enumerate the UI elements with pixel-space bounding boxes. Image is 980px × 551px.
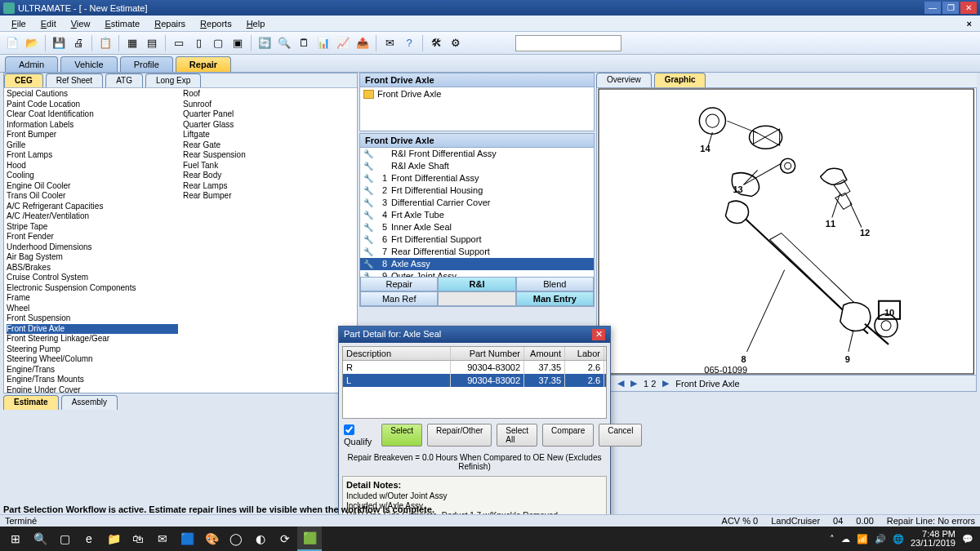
group-item[interactable]: Engine Under Cover xyxy=(7,385,178,393)
windows-taskbar[interactable]: ⊞ 🔍 ▢ e 📁 🛍 ✉ 🟦 🎨 ◯ ◐ ⟳ 🟩 ˄ ☁ 📶 🔊 🌐 7:48… xyxy=(0,527,980,551)
tree-item[interactable]: Front Drive Axle xyxy=(360,87,594,100)
save-icon[interactable]: 💾 xyxy=(50,34,68,52)
rtab-overview[interactable]: Overview xyxy=(596,73,652,87)
rtab-graphic[interactable]: Graphic xyxy=(654,73,706,87)
dialog-compare-button[interactable]: Compare xyxy=(542,424,594,447)
group-item[interactable]: Grille xyxy=(7,140,178,151)
app4-icon[interactable]: ⟳ xyxy=(273,527,297,551)
new-icon[interactable]: 📄 xyxy=(3,34,21,52)
tray-cloud-icon[interactable]: ☁ xyxy=(841,534,850,544)
group-item[interactable]: Quarter Panel xyxy=(183,109,354,120)
group-item[interactable]: Front Fender xyxy=(7,232,178,242)
tab-admin[interactable]: Admin xyxy=(5,56,58,72)
toolbar-search-input[interactable] xyxy=(515,35,621,51)
edge-icon[interactable]: e xyxy=(77,527,101,551)
group-item[interactable]: Liftgate xyxy=(183,130,354,140)
tools-icon[interactable]: 🛠 xyxy=(427,34,445,52)
settings-icon[interactable]: ⚙ xyxy=(447,34,465,52)
part-row[interactable]: 🔧6Frt Differential Support xyxy=(360,233,594,246)
grid1-icon[interactable]: ▦ xyxy=(123,34,141,52)
tray-net-icon[interactable]: 📶 xyxy=(857,534,868,544)
grid-row[interactable]: L90304-8300237.352.6 xyxy=(343,374,606,387)
part-row[interactable]: 🔧5Inner Axle Seal xyxy=(360,221,594,233)
part-row[interactable]: 🔧R&I Front Differential Assy xyxy=(360,148,594,160)
group-item[interactable]: Engine/Trans xyxy=(7,365,178,375)
app3-icon[interactable]: ◐ xyxy=(248,527,273,551)
print-icon[interactable]: 🖨 xyxy=(69,34,87,52)
group-item[interactable]: Front Drive Axle xyxy=(7,324,178,335)
app1-icon[interactable]: 🟦 xyxy=(175,527,199,551)
menu-estimate[interactable]: Estimate xyxy=(98,17,146,30)
op-button-repair[interactable]: Repair xyxy=(360,277,438,291)
diag-play-button[interactable]: ▶ xyxy=(662,378,669,389)
group-list-col1[interactable]: Special CautionsPaint Code LocationClear… xyxy=(4,88,180,393)
group-item[interactable]: Rear Gate xyxy=(183,140,354,151)
grid-col-header[interactable]: Amount xyxy=(524,347,565,360)
part-row[interactable]: 🔧8Axle Assy xyxy=(360,258,594,270)
tab-repair[interactable]: Repair xyxy=(176,56,231,72)
menu-edit[interactable]: Edit xyxy=(34,17,63,30)
layout2-icon[interactable]: ▯ xyxy=(189,34,207,52)
group-item[interactable]: Cruise Control System xyxy=(7,273,178,283)
taskbar-clock[interactable]: 7:48 PM 23/11/2019 xyxy=(911,530,956,548)
op-button-man-ref[interactable]: Man Ref xyxy=(360,291,438,306)
op-button-blend[interactable]: Blend xyxy=(516,277,594,291)
group-item[interactable]: Rear Body xyxy=(183,171,354,181)
diag-prev-button[interactable]: ◀ xyxy=(617,378,624,389)
refresh-icon[interactable]: 🔄 xyxy=(256,34,274,52)
group-item[interactable]: Roof xyxy=(183,89,354,100)
tab-vehicle[interactable]: Vehicle xyxy=(60,56,117,72)
grid-col-header[interactable]: Description xyxy=(343,347,451,360)
part-row[interactable]: 🔧9Outer Joint Assy xyxy=(360,270,594,277)
group-item[interactable]: Stripe Tape xyxy=(7,222,178,233)
dialog-select-button[interactable]: Select xyxy=(381,424,422,447)
group-item[interactable]: Front Suspension xyxy=(7,313,178,324)
system-tray[interactable]: ˄ ☁ 📶 🔊 🌐 7:48 PM 23/11/2019 💬 xyxy=(830,530,977,548)
op-button-r-i[interactable]: R&I xyxy=(438,277,515,291)
layout3-icon[interactable]: ▢ xyxy=(209,34,227,52)
grid2-icon[interactable]: ▤ xyxy=(143,34,161,52)
op-button-man-entry[interactable]: Man Entry xyxy=(516,291,594,306)
ultramate-taskbar-icon[interactable]: 🟩 xyxy=(297,527,322,551)
subtab-ref-sheet[interactable]: Ref Sheet xyxy=(46,73,103,87)
diagram-viewer[interactable]: 14 13 11 12 8 9 10 065-01099 xyxy=(596,87,977,375)
diag-next-button[interactable]: ▶ xyxy=(630,378,637,389)
grid-col-header[interactable]: Labor xyxy=(565,347,604,360)
chart-icon[interactable]: 📈 xyxy=(334,34,352,52)
group-item[interactable]: Front Bumper xyxy=(7,130,178,140)
grid-row[interactable]: R90304-8300237.352.6 xyxy=(343,361,606,374)
chrome-icon[interactable]: ◯ xyxy=(224,527,248,551)
group-item[interactable]: Cooling xyxy=(7,171,178,181)
maximize-button[interactable]: ❐ xyxy=(942,2,959,14)
dialog-select-all-button[interactable]: Select All xyxy=(497,424,537,447)
menu-reports[interactable]: Reports xyxy=(194,17,238,30)
group-item[interactable]: Underhood Dimensions xyxy=(7,242,178,253)
subtab-atg[interactable]: ATG xyxy=(105,73,143,87)
part-row[interactable]: 🔧7Rear Differential Support xyxy=(360,246,594,258)
mdi-close-button[interactable]: × xyxy=(964,19,975,29)
group-item[interactable]: Rear Bumper xyxy=(183,191,354,202)
subtab-long-exp[interactable]: Long Exp xyxy=(145,73,201,87)
mail-taskbar-icon[interactable]: ✉ xyxy=(150,527,175,551)
group-item[interactable]: A/C /Heater/Ventilation xyxy=(7,211,178,222)
group-item[interactable]: Quarter Glass xyxy=(183,120,354,131)
open-icon[interactable]: 📂 xyxy=(23,34,41,52)
export-icon[interactable]: 📤 xyxy=(354,34,372,52)
group-item[interactable]: Engine/Trans Mounts xyxy=(7,375,178,385)
lowtab-assembly[interactable]: Assembly xyxy=(61,395,118,410)
group-item[interactable]: Paint Code Location xyxy=(7,100,178,110)
group-item[interactable]: Rear Lamps xyxy=(183,181,354,192)
group-item[interactable]: Clear Coat Identification xyxy=(7,109,178,120)
app2-icon[interactable]: 🎨 xyxy=(199,527,224,551)
close-button[interactable]: ✕ xyxy=(960,2,977,14)
part-row[interactable]: 🔧3Differential Carrier Cover xyxy=(360,197,594,209)
dialog-cancel-button[interactable]: Cancel xyxy=(599,424,642,447)
group-item[interactable]: Hood xyxy=(7,161,178,171)
group-item[interactable]: Special Cautions xyxy=(7,89,178,100)
minimize-button[interactable]: — xyxy=(924,2,941,14)
menu-file[interactable]: File xyxy=(5,17,33,30)
part-row[interactable]: 🔧1Front Differential Assy xyxy=(360,172,594,184)
group-item[interactable]: Front Lamps xyxy=(7,150,178,161)
copy-icon[interactable]: 📋 xyxy=(96,34,114,52)
group-item[interactable]: Rear Suspension xyxy=(183,150,354,161)
